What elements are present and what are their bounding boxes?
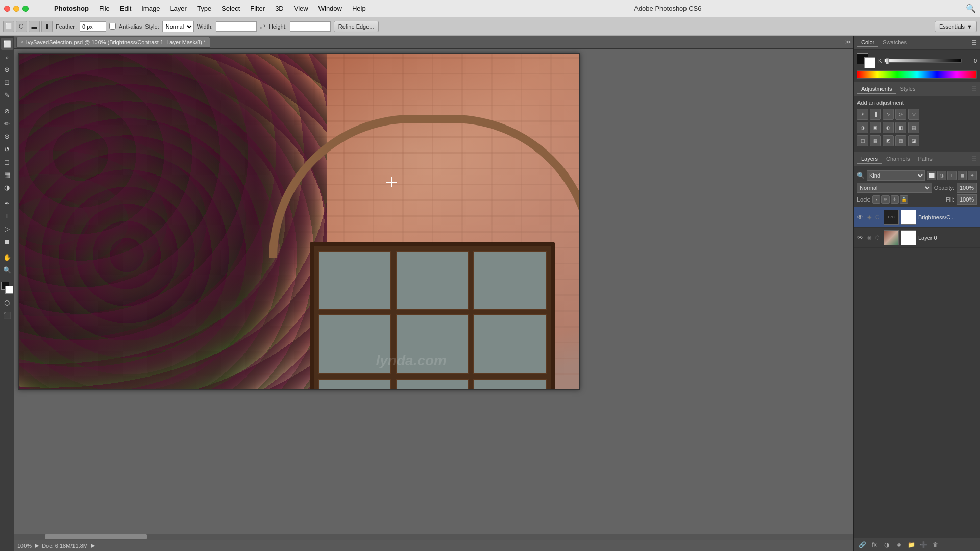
fg-bg-swatches[interactable] bbox=[857, 53, 875, 68]
apple-menu[interactable] bbox=[35, 8, 43, 10]
lock-move-icon[interactable]: ✛ bbox=[891, 195, 899, 204]
tab-layers[interactable]: Layers bbox=[857, 155, 882, 164]
tool-shape[interactable]: ◼ bbox=[1, 235, 13, 247]
tool-eyedropper[interactable]: ✎ bbox=[1, 89, 13, 101]
menu-layer[interactable]: Layer bbox=[166, 4, 191, 13]
tab-styles[interactable]: Styles bbox=[896, 85, 920, 94]
tool-zoom[interactable]: 🔍 bbox=[1, 264, 13, 276]
anti-alias-checkbox[interactable] bbox=[109, 23, 116, 30]
adj-threshold-icon[interactable]: ◩ bbox=[883, 135, 894, 146]
tab-collapse-icon[interactable]: ≫ bbox=[845, 39, 851, 45]
filter-adjustment-icon[interactable]: ◑ bbox=[937, 171, 946, 180]
adj-photo-icon[interactable]: ◧ bbox=[895, 122, 906, 133]
status-icon[interactable]: ▶ bbox=[35, 542, 39, 549]
col-select-tool[interactable]: ▮ bbox=[41, 21, 53, 32]
menu-window[interactable]: Window bbox=[314, 4, 346, 13]
tool-healing[interactable]: ⊘ bbox=[1, 105, 13, 117]
background-color[interactable] bbox=[5, 286, 13, 294]
adjustments-panel-options-icon[interactable]: ☰ bbox=[971, 86, 977, 93]
status-arrow-icon[interactable]: ▶ bbox=[91, 542, 95, 549]
layers-group-icon[interactable]: 📁 bbox=[906, 540, 916, 550]
filter-smart-icon[interactable]: ✦ bbox=[968, 171, 977, 180]
layers-mask-icon[interactable]: ◑ bbox=[881, 540, 892, 550]
menu-type[interactable]: Type bbox=[193, 4, 215, 13]
menu-edit[interactable]: Edit bbox=[116, 4, 135, 13]
tool-pen[interactable]: ✒ bbox=[1, 197, 13, 209]
tool-brush[interactable]: ✏ bbox=[1, 117, 13, 130]
tool-gradient[interactable]: ▦ bbox=[1, 168, 13, 181]
layer-row-layer0[interactable]: 👁 ◉ ⬡ Layer 0 bbox=[854, 228, 980, 248]
layers-kind-select[interactable]: Kind bbox=[867, 170, 925, 181]
filter-type-icon[interactable]: T bbox=[947, 171, 957, 180]
color-panel-options-icon[interactable]: ☰ bbox=[971, 39, 977, 46]
feather-input[interactable] bbox=[80, 21, 106, 32]
opacity-input[interactable] bbox=[957, 183, 977, 193]
tool-hand[interactable]: ✋ bbox=[1, 251, 13, 263]
document-tab[interactable]: × IvySavedSelection.psd @ 100% (Brightne… bbox=[16, 37, 210, 48]
height-input[interactable] bbox=[290, 21, 331, 32]
tool-text[interactable]: T bbox=[1, 210, 13, 222]
lock-paint-icon[interactable]: ✏ bbox=[881, 195, 890, 204]
menu-select[interactable]: Select bbox=[217, 4, 244, 13]
canvas-hscroll[interactable] bbox=[14, 534, 853, 540]
layers-fx-icon[interactable]: fx bbox=[869, 540, 879, 550]
k-slider-thumb[interactable] bbox=[886, 58, 889, 64]
filter-shape-icon[interactable]: ◼ bbox=[958, 171, 967, 180]
tab-channels[interactable]: Channels bbox=[882, 155, 914, 164]
ellipse-select-tool[interactable]: ⬡ bbox=[16, 21, 27, 32]
adj-brightness-icon[interactable]: ☀ bbox=[857, 109, 868, 120]
search-icon[interactable]: 🔍 bbox=[966, 4, 976, 13]
tool-marquee[interactable]: ⬜ bbox=[1, 38, 13, 50]
adj-curves-icon[interactable]: ∿ bbox=[883, 109, 894, 120]
menu-filter[interactable]: Filter bbox=[246, 4, 269, 13]
adj-invert-icon[interactable]: ◫ bbox=[857, 135, 868, 146]
menu-file[interactable]: File bbox=[95, 4, 114, 13]
menu-3d[interactable]: 3D bbox=[271, 4, 288, 13]
adj-levels-icon[interactable]: ▐ bbox=[870, 109, 881, 120]
tool-lasso[interactable]: ⬦ bbox=[1, 51, 13, 63]
k-slider-track[interactable] bbox=[884, 59, 962, 63]
canvas-viewport[interactable]: lynda.com bbox=[14, 49, 853, 534]
layers-adjustment-icon[interactable]: ◈ bbox=[894, 540, 904, 550]
layer-visibility-layer0[interactable]: 👁 bbox=[857, 234, 865, 241]
tool-crop[interactable]: ⊡ bbox=[1, 76, 13, 88]
adj-channelmix-icon[interactable]: ▤ bbox=[908, 122, 919, 133]
menu-image[interactable]: Image bbox=[137, 4, 164, 13]
layers-new-icon[interactable]: ➕ bbox=[918, 540, 928, 550]
menu-help[interactable]: Help bbox=[348, 4, 370, 13]
layer-row-brightness[interactable]: 👁 ◉ ⬡ B/C Brightness/C... bbox=[854, 207, 980, 228]
row-select-tool[interactable]: ▬ bbox=[29, 21, 40, 32]
width-input[interactable] bbox=[216, 21, 257, 32]
menu-view[interactable]: View bbox=[290, 4, 312, 13]
tab-swatches[interactable]: Swatches bbox=[878, 38, 911, 47]
tab-adjustments[interactable]: Adjustments bbox=[857, 85, 896, 94]
layers-search-icon[interactable]: 🔍 bbox=[857, 172, 865, 179]
maximize-button[interactable] bbox=[22, 6, 29, 12]
color-spectrum[interactable] bbox=[857, 70, 977, 79]
adj-posterize-icon[interactable]: ▦ bbox=[870, 135, 881, 146]
layers-trash-icon[interactable]: 🗑 bbox=[930, 540, 941, 550]
tool-screen-mode[interactable]: ⬛ bbox=[1, 309, 13, 321]
swap-wh-icon[interactable]: ⇄ bbox=[260, 22, 266, 31]
tool-dodge[interactable]: ◑ bbox=[1, 181, 13, 193]
adj-hsl-icon[interactable]: ◑ bbox=[857, 122, 868, 133]
lock-all-icon[interactable]: 🔒 bbox=[900, 195, 908, 204]
style-select[interactable]: Normal bbox=[162, 21, 194, 32]
layers-panel-options-icon[interactable]: ☰ bbox=[971, 156, 977, 163]
background-swatch[interactable] bbox=[864, 57, 875, 68]
menu-photoshop[interactable]: Photoshop bbox=[50, 4, 93, 13]
tab-close-icon[interactable]: × bbox=[21, 39, 24, 45]
fill-input[interactable] bbox=[957, 194, 977, 205]
adj-colorbalance-icon[interactable]: ▣ bbox=[870, 122, 881, 133]
lock-transparent-icon[interactable]: ▪ bbox=[872, 195, 880, 204]
hscroll-thumb[interactable] bbox=[45, 534, 147, 539]
tool-clone[interactable]: ⊛ bbox=[1, 130, 13, 142]
tool-quick-mask[interactable]: ⬡ bbox=[1, 296, 13, 309]
tool-path-select[interactable]: ▷ bbox=[1, 222, 13, 235]
color-selector[interactable] bbox=[1, 282, 13, 294]
adj-bw-icon[interactable]: ◐ bbox=[883, 122, 894, 133]
essentials-button[interactable]: Essentials ▼ bbox=[935, 21, 977, 32]
tab-paths[interactable]: Paths bbox=[914, 155, 937, 164]
adj-gradient-icon[interactable]: ▧ bbox=[895, 135, 906, 146]
tool-eraser[interactable]: ◻ bbox=[1, 156, 13, 168]
